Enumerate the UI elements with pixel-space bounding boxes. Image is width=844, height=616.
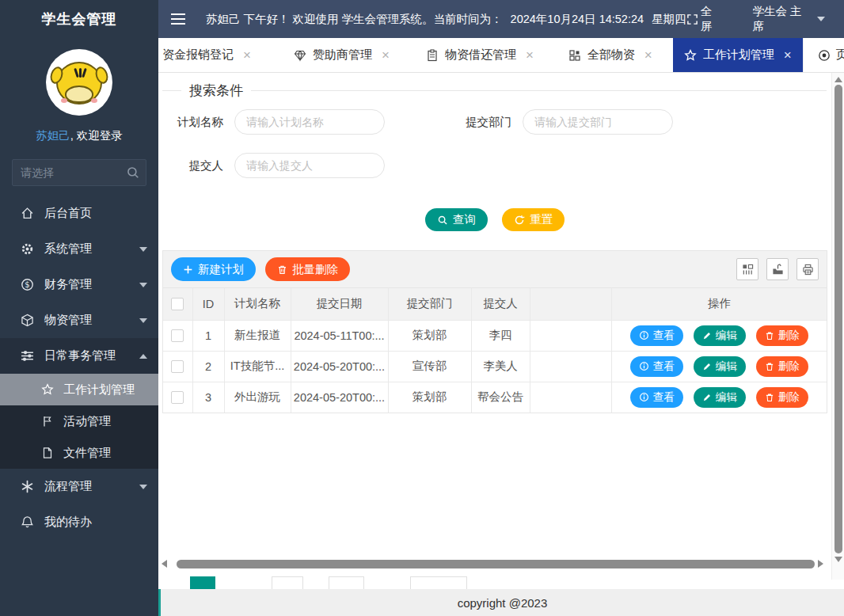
row-checkbox[interactable]	[171, 360, 184, 373]
hamburger-menu-icon[interactable]	[171, 10, 185, 28]
horizontal-scrollbar[interactable]	[162, 558, 828, 569]
pagination-control[interactable]	[410, 576, 467, 589]
cell-id: 1	[192, 320, 224, 351]
page-actions-label: 页面操作	[836, 48, 844, 63]
refresh-icon	[514, 215, 525, 226]
edit-button[interactable]: 编辑	[694, 387, 746, 408]
target-icon	[818, 49, 831, 62]
sidebar-item-home[interactable]: 后台首页	[0, 196, 158, 231]
submit-dept-label: 提交部门	[447, 115, 523, 130]
edit-button[interactable]: 编辑	[694, 356, 746, 377]
sidebar-item-materials[interactable]: 物资管理	[0, 302, 158, 338]
print-icon	[802, 264, 814, 276]
scroll-right-icon[interactable]	[818, 560, 823, 568]
sidebar-item-activities[interactable]: 活动管理	[0, 405, 158, 437]
submit-dept-input[interactable]	[523, 109, 673, 135]
print-button[interactable]	[796, 258, 819, 280]
star-icon	[684, 49, 697, 62]
view-button[interactable]: 查看	[630, 325, 683, 346]
cell-dept: 宣传部	[388, 351, 471, 382]
view-button[interactable]: 查看	[630, 356, 683, 377]
sidebar-item-my-todo[interactable]: 我的待办	[0, 504, 158, 540]
col-name: 计划名称	[224, 288, 291, 320]
submitter-input[interactable]	[234, 153, 385, 178]
tab-label: 全部物资	[587, 48, 635, 63]
sidebar-submenu: 工作计划管理 活动管理 文件管理	[0, 374, 158, 469]
tab-work-plan[interactable]: 工作计划管理 ×	[673, 38, 803, 72]
app-title: 学生会管理	[0, 0, 158, 38]
cell-date: 2024-05-20T00:...	[291, 351, 388, 382]
delete-button[interactable]: 删除	[756, 325, 808, 346]
new-plan-button[interactable]: 新建计划	[171, 257, 256, 281]
avatar[interactable]	[46, 49, 112, 116]
sidebar-item-daily-affairs[interactable]: 日常事务管理	[0, 338, 158, 374]
vertical-scroll-thumb[interactable]	[834, 85, 842, 553]
plus-icon	[183, 264, 193, 275]
sidebar-item-finance[interactable]: $ 财务管理	[0, 267, 158, 302]
row-checkbox[interactable]	[171, 329, 184, 342]
view-button[interactable]: 查看	[630, 387, 683, 408]
scroll-left-icon[interactable]	[162, 560, 167, 568]
delete-button[interactable]: 删除	[756, 387, 808, 408]
tab-label: 赞助商管理	[313, 48, 372, 63]
cell-date: 2024-05-20T00:...	[291, 382, 388, 413]
close-icon[interactable]: ×	[644, 48, 652, 63]
pagination-control[interactable]	[272, 576, 303, 589]
search-panel-title: 搜索条件	[181, 82, 251, 100]
tab-label: 工作计划管理	[703, 48, 774, 63]
fullscreen-icon	[686, 13, 698, 25]
tab-all-materials[interactable]: 全部物资 ×	[557, 38, 663, 72]
scroll-up-icon[interactable]	[834, 77, 842, 82]
sidebar-item-workflow[interactable]: 流程管理	[0, 469, 158, 504]
col-date: 提交日期	[291, 288, 388, 320]
sidebar: 学生会管理 苏妲己, 欢迎登录 后台首页 系统管理	[0, 0, 158, 616]
page-actions-dropdown[interactable]: 页面操作	[803, 38, 844, 72]
scroll-down-icon[interactable]	[834, 557, 842, 562]
horizontal-scroll-thumb[interactable]	[177, 560, 815, 568]
tab-bar: 资金报销登记 × 赞助商管理 × 物资借还管理 × 全部物资 × 工作计划管理 …	[158, 38, 844, 73]
sidebar-username: 苏妲己	[36, 129, 70, 142]
plan-name-input[interactable]	[234, 109, 385, 135]
cell-submitter: 帮会公告	[471, 382, 530, 413]
close-icon[interactable]: ×	[526, 48, 534, 63]
sliders-icon	[21, 349, 34, 363]
sidebar-item-system[interactable]: 系统管理	[0, 231, 158, 267]
reset-button[interactable]: 重置	[502, 208, 565, 231]
export-button[interactable]	[766, 258, 789, 280]
pagination-control[interactable]	[329, 576, 364, 589]
row-checkbox[interactable]	[171, 391, 184, 404]
fullscreen-label: 全屏	[701, 4, 723, 34]
sidebar-welcome: 苏妲己, 欢迎登录	[0, 128, 158, 143]
tab-sponsor[interactable]: 赞助商管理 ×	[283, 38, 401, 72]
flag-icon	[41, 415, 54, 428]
close-icon[interactable]: ×	[243, 48, 251, 63]
close-icon[interactable]: ×	[784, 48, 792, 63]
delete-button[interactable]: 删除	[756, 356, 808, 377]
fullscreen-button[interactable]: 全屏	[686, 4, 723, 34]
pagination-current-page[interactable]	[190, 576, 215, 589]
col-dept: 提交部门	[388, 288, 471, 320]
cell-name: 新生报道	[224, 320, 291, 351]
edit-button[interactable]: 编辑	[694, 325, 746, 346]
user-role-menu[interactable]: 学生会 主席	[753, 4, 825, 34]
sidebar-item-label: 系统管理	[44, 241, 92, 257]
tab-material-borrow[interactable]: 物资借还管理 ×	[415, 38, 545, 72]
sidebar-item-work-plan[interactable]: 工作计划管理	[0, 374, 158, 405]
close-icon[interactable]: ×	[382, 48, 390, 63]
query-button-label: 查询	[453, 212, 476, 227]
query-button[interactable]: 查询	[425, 208, 488, 231]
sidebar-item-files[interactable]: 文件管理	[0, 437, 158, 469]
select-all-checkbox[interactable]	[171, 298, 184, 310]
chevron-down-icon	[139, 247, 147, 252]
filter-columns-button[interactable]	[736, 258, 758, 280]
sidebar-item-label: 活动管理	[63, 414, 111, 429]
tab-fund-reimbursement[interactable]: 资金报销登记 ×	[158, 38, 262, 72]
col-spacer	[530, 288, 611, 320]
sidebar-item-label: 日常事务管理	[44, 348, 116, 363]
chevron-down-icon	[139, 283, 147, 287]
batch-delete-button[interactable]: 批量删除	[265, 257, 350, 281]
batch-delete-label: 批量删除	[292, 262, 338, 277]
table-toolbar: 新建计划 批量删除	[163, 251, 827, 288]
vertical-scrollbar[interactable]	[831, 73, 844, 580]
table-row: 1 新生报道 2024-05-11T00:... 策划部 李四 查看 编辑 删除	[163, 320, 827, 351]
